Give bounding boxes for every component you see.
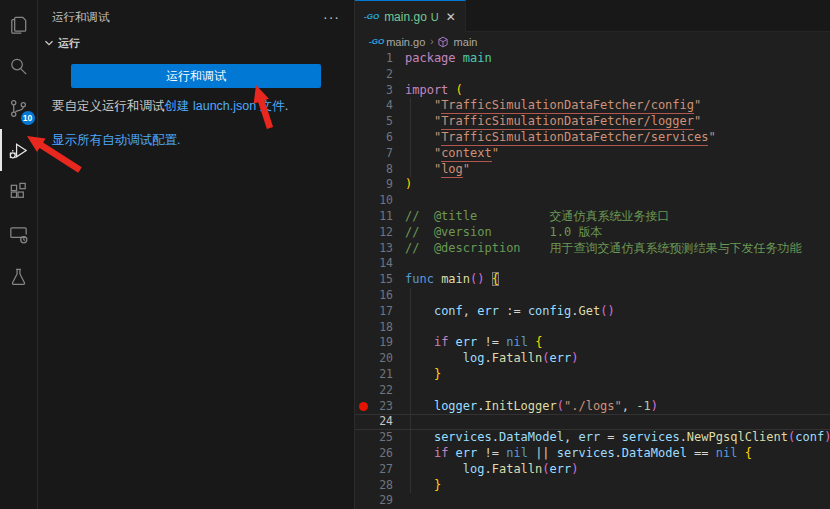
activity-bar: 10 (0, 0, 38, 509)
code-line[interactable]: 9) (355, 177, 830, 193)
line-number: 26 (372, 446, 393, 462)
customize-hint: 要自定义运行和调试创建 launch.json 文件. (52, 98, 340, 115)
line-number: 6 (372, 130, 393, 146)
gutter-glyph-margin[interactable] (355, 430, 372, 446)
more-actions-icon[interactable]: ··· (323, 12, 340, 22)
activity-item-testing[interactable] (0, 255, 38, 297)
breakpoint-icon[interactable] (359, 402, 368, 411)
debug-icon (7, 139, 30, 162)
activity-item-remote-explorer[interactable] (0, 213, 38, 255)
code-line[interactable]: 3import ( (355, 83, 830, 99)
code-line[interactable]: 16 (355, 288, 830, 304)
code-line[interactable]: 25 services.DataModel, err = services.Ne… (355, 430, 830, 446)
create-launch-json-link[interactable]: 创建 launch.json 文件 (165, 99, 285, 113)
line-number: 27 (372, 462, 393, 478)
gutter-glyph-margin[interactable] (355, 98, 372, 114)
gutter-glyph-margin[interactable] (355, 351, 372, 367)
activity-item-search[interactable] (0, 45, 38, 87)
breadcrumb-separator: › (430, 36, 433, 47)
close-tab-icon[interactable]: ✕ (446, 10, 456, 24)
gutter-glyph-margin[interactable] (355, 414, 372, 430)
gutter-glyph-margin[interactable] (355, 225, 372, 241)
activity-item-source-control[interactable]: 10 (0, 87, 38, 129)
gutter-glyph-margin[interactable] (355, 367, 372, 383)
hint-period: . (285, 99, 288, 113)
gutter-glyph-margin[interactable] (355, 383, 372, 399)
activity-item-explorer[interactable] (0, 3, 38, 45)
tab-filename: main.go (384, 10, 427, 24)
code-line[interactable]: 12// @version 1.0 版本 (355, 225, 830, 241)
show-auto-debug-configs-link[interactable]: 显示所有自动调试配置. (52, 133, 180, 147)
code-line[interactable]: 8 "log" (355, 162, 830, 178)
code-line[interactable]: 4 "TrafficSimulationDataFetcher/config" (355, 98, 830, 114)
gutter-glyph-margin[interactable] (355, 304, 372, 320)
line-number: 2 (372, 67, 393, 83)
code-line[interactable]: 24 (355, 414, 830, 430)
gutter-glyph-margin[interactable] (355, 320, 372, 336)
tab-bar: GO main.go U ✕ (355, 0, 830, 32)
section-run-label: 运行 (58, 36, 80, 51)
gutter-glyph-margin[interactable] (355, 83, 372, 99)
run-and-debug-button[interactable]: 运行和调试 (71, 64, 321, 88)
line-number: 29 (372, 493, 393, 509)
code-line[interactable]: 20 log.Fatalln(err) (355, 351, 830, 367)
code-line[interactable]: 19 if err != nil { (355, 335, 830, 351)
go-file-icon: GO (369, 37, 384, 46)
code-line[interactable]: 22 (355, 383, 830, 399)
gutter-glyph-margin[interactable] (355, 209, 372, 225)
gutter-glyph-margin[interactable] (355, 272, 372, 288)
tab-main-go[interactable]: GO main.go U ✕ (355, 0, 466, 32)
gutter-glyph-margin[interactable] (355, 335, 372, 351)
breakpoint-gutter[interactable] (355, 399, 372, 415)
code-line[interactable]: 1package main (355, 51, 830, 67)
code-line[interactable]: 17 conf, err := config.Get() (355, 304, 830, 320)
line-number: 9 (372, 177, 393, 193)
code-line[interactable]: 14 (355, 256, 830, 272)
gutter-glyph-margin[interactable] (355, 146, 372, 162)
line-number: 28 (372, 478, 393, 494)
activity-item-run-and-debug[interactable] (0, 129, 38, 171)
code-line[interactable]: 18 (355, 320, 830, 336)
code-line[interactable]: 7 "context" (355, 146, 830, 162)
code-line[interactable]: 21 } (355, 367, 830, 383)
breadcrumb-file[interactable]: main.go (386, 36, 425, 48)
code-line[interactable]: 28 } (355, 478, 830, 494)
gutter-glyph-margin[interactable] (355, 493, 372, 509)
gutter-glyph-margin[interactable] (355, 446, 372, 462)
gutter-glyph-margin[interactable] (355, 162, 372, 178)
gutter-glyph-margin[interactable] (355, 67, 372, 83)
section-run[interactable]: 运行 (38, 34, 354, 52)
code-line[interactable]: 11// @title 交通仿真系统业务接口 (355, 209, 830, 225)
code-line[interactable]: 26 if err != nil || services.DataModel =… (355, 446, 830, 462)
code-line[interactable]: 10 (355, 193, 830, 209)
code-editor[interactable]: 1package main23import (4 "TrafficSimulat… (355, 51, 830, 509)
gutter-glyph-margin[interactable] (355, 177, 372, 193)
code-line[interactable]: 5 "TrafficSimulationDataFetcher/logger" (355, 114, 830, 130)
breadcrumb-symbol[interactable]: main (454, 36, 478, 48)
code-line[interactable]: 15func main() { (355, 272, 830, 288)
gutter-glyph-margin[interactable] (355, 193, 372, 209)
search-icon (7, 55, 30, 78)
show-auto-configs: 显示所有自动调试配置. (52, 132, 340, 149)
code-line[interactable]: 13// @description 用于查询交通仿真系统预测结果与下发任务功能 (355, 241, 830, 257)
gutter-glyph-margin[interactable] (355, 478, 372, 494)
code-line[interactable]: 6 "TrafficSimulationDataFetcher/services… (355, 130, 830, 146)
line-number: 7 (372, 146, 393, 162)
code-line[interactable]: 23 logger.InitLogger("./logs", -1) (355, 399, 830, 415)
gutter-glyph-margin[interactable] (355, 241, 372, 257)
gutter-glyph-margin[interactable] (355, 288, 372, 304)
activity-item-extensions[interactable] (0, 171, 38, 213)
gutter-glyph-margin[interactable] (355, 51, 372, 67)
gutter-glyph-margin[interactable] (355, 462, 372, 478)
gutter-glyph-margin[interactable] (355, 114, 372, 130)
code-line[interactable]: 2 (355, 67, 830, 83)
line-number: 22 (372, 383, 393, 399)
line-number: 18 (372, 320, 393, 336)
code-line[interactable]: 27 log.Fatalln(err) (355, 462, 830, 478)
code-line[interactable]: 29 (355, 493, 830, 509)
gutter-glyph-margin[interactable] (355, 256, 372, 272)
gutter-glyph-margin[interactable] (355, 130, 372, 146)
line-number: 3 (372, 83, 393, 99)
line-number: 25 (372, 430, 393, 446)
beaker-icon (7, 265, 30, 288)
